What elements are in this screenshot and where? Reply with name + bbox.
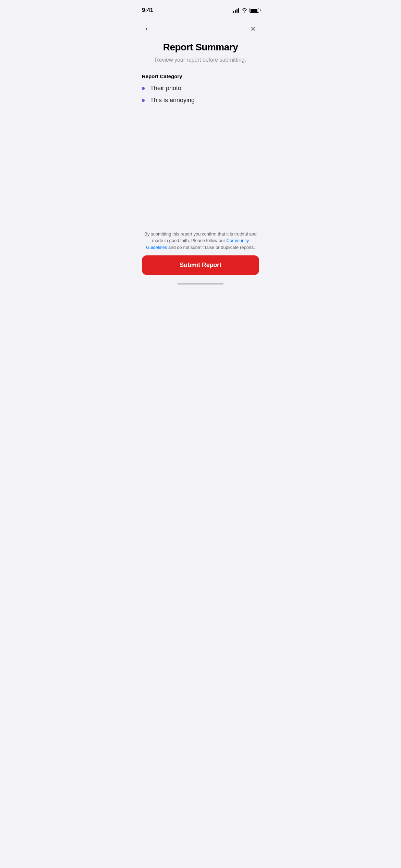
home-indicator [134, 278, 267, 289]
report-category-label: Report Category [142, 73, 259, 79]
footer-section: By submitting this report you confirm th… [134, 225, 267, 278]
close-icon: ✕ [250, 25, 256, 33]
page-subtitle: Review your report before submitting. [142, 56, 259, 64]
status-icons [233, 8, 259, 13]
bullet-icon [142, 99, 145, 102]
status-bar: 9:41 [134, 0, 267, 19]
list-item: Their photo [142, 85, 259, 92]
nav-bar: ← ✕ [134, 19, 267, 42]
main-content: Report Summary Review your report before… [134, 42, 267, 225]
list-item: This is annoying [142, 97, 259, 104]
close-button[interactable]: ✕ [245, 21, 260, 36]
page-title: Report Summary [142, 42, 259, 53]
status-time: 9:41 [142, 7, 153, 14]
battery-icon [250, 8, 259, 13]
report-list: Their photo This is annoying [142, 85, 259, 104]
report-item-2: This is annoying [150, 97, 195, 104]
footer-disclaimer: By submitting this report you confirm th… [142, 231, 259, 251]
submit-report-button[interactable]: Submit Report [142, 255, 259, 275]
report-item-1: Their photo [150, 85, 181, 92]
home-indicator-bar [178, 283, 223, 285]
wifi-icon [241, 8, 247, 13]
signal-icon [233, 8, 239, 13]
back-button[interactable]: ← [141, 21, 156, 36]
bullet-icon [142, 87, 145, 90]
back-icon: ← [144, 24, 152, 33]
